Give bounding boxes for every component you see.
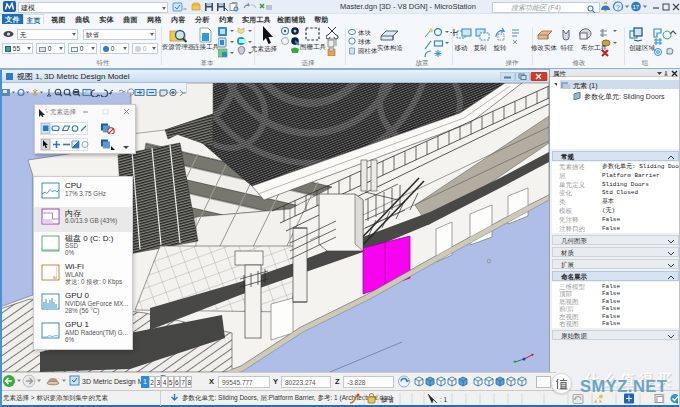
svg-text:17: 17 [633,4,640,10]
svg-text:体块: 体块 [358,29,372,36]
svg-text:: 1: : 1 [440,396,448,403]
svg-text:球体: 球体 [358,38,372,45]
svg-text:?: ? [616,4,620,11]
svg-text:缺省: 缺省 [381,396,395,404]
svg-text:+: + [57,89,60,95]
svg-text:3D Metric Design Mc: 3D Metric Design Mc [82,378,147,386]
